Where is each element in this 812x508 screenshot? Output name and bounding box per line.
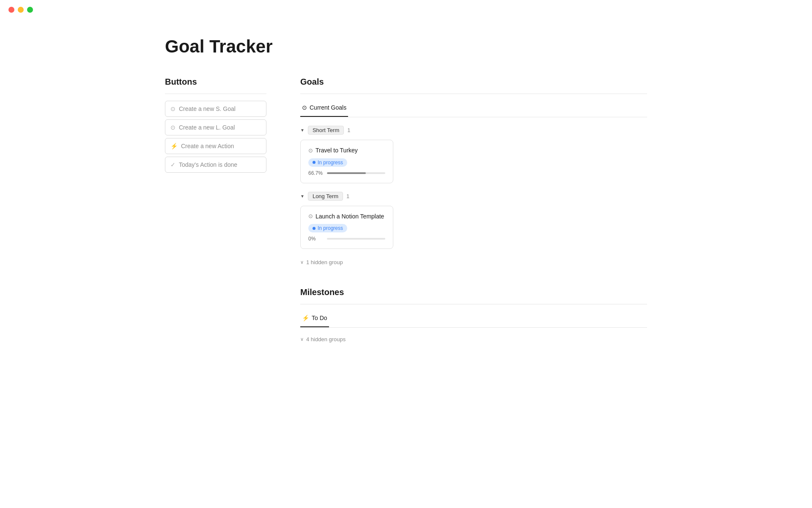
action-done-button[interactable]: ✓ Today's Action is done [165,157,266,173]
goals-section-heading: Goals [300,77,647,87]
short-term-label: Short Term [308,126,344,135]
goal-card-notion-template[interactable]: ⊙ Launch a Notion Template In progress 0… [300,206,393,249]
notion-progress-pct: 0% [308,236,324,242]
tab-todo[interactable]: ⚡ To Do [300,311,329,327]
goal-card-icon: ⊙ [308,147,313,154]
create-action-button[interactable]: ⚡ Create a new Action [165,138,266,154]
milestones-tab-bar: ⚡ To Do [300,311,647,328]
notion-card-title: Launch a Notion Template [315,213,384,220]
traffic-lights [0,0,812,19]
page-title: Goal Tracker [165,36,647,57]
create-l-goal-button[interactable]: ⊙ Create a new L. Goal [165,119,266,135]
long-term-group-header: ▼ Long Term 1 [300,192,647,201]
goals-section-divider [300,94,647,94]
milestones-section: Milestones ⚡ To Do ∨ 4 hidden groups [300,287,647,344]
milestones-section-divider [300,304,647,304]
notion-status-dot [313,227,315,230]
milestones-hidden-groups-row[interactable]: ∨ 4 hidden groups [300,334,647,344]
close-button[interactable] [8,7,14,13]
milestones-chevron-icon: ∨ [300,337,304,342]
short-term-group: ▼ Short Term 1 ⊙ Travel to Turkey In pro… [300,126,647,183]
notion-card-header: ⊙ Launch a Notion Template [308,213,385,220]
long-term-label: Long Term [308,192,343,201]
check-icon: ✓ [170,161,176,168]
milestones-section-heading: Milestones [300,287,647,297]
goal-card-title: Travel to Turkey [315,147,358,154]
progress-pct: 66.7% [308,170,324,176]
buttons-column: Buttons ⊙ Create a new S. Goal ⊙ Create … [165,77,266,175]
long-term-count: 1 [346,193,349,199]
notion-card-icon: ⊙ [308,213,313,219]
action-icon: ⚡ [170,143,178,149]
buttons-section-heading: Buttons [165,77,266,87]
main-content: Goal Tracker Buttons ⊙ Create a new S. G… [131,19,681,390]
short-term-toggle[interactable]: ▼ [300,128,304,133]
maximize-button[interactable] [27,7,33,13]
buttons-divider [165,94,266,94]
hidden-group-row[interactable]: ∨ 1 hidden group [300,257,647,267]
button-list: ⊙ Create a new S. Goal ⊙ Create a new L.… [165,101,266,175]
goals-section: Goals ⊙ Current Goals ▼ Short Term 1 [300,77,647,267]
chevron-down-icon: ∨ [300,260,304,265]
right-column: Goals ⊙ Current Goals ▼ Short Term 1 [300,77,647,364]
progress-bar-bg [327,172,385,174]
goal-card-header: ⊙ Travel to Turkey [308,147,385,154]
todo-tab-icon: ⚡ [302,315,309,321]
tab-current-goals[interactable]: ⊙ Current Goals [300,101,348,117]
status-dot [313,161,315,164]
create-s-goal-button[interactable]: ⊙ Create a new S. Goal [165,101,266,117]
short-term-group-header: ▼ Short Term 1 [300,126,647,135]
notion-status-badge: In progress [308,224,347,232]
long-term-group: ▼ Long Term 1 ⊙ Launch a Notion Template… [300,192,647,249]
progress-bar-fill [327,172,366,174]
progress-row: 66.7% [308,170,385,176]
status-badge-in-progress: In progress [308,158,347,167]
notion-progress-bar-bg [327,238,385,240]
goal-card-travel-turkey[interactable]: ⊙ Travel to Turkey In progress 66.7% [300,140,393,183]
notion-progress-row: 0% [308,236,385,242]
two-column-layout: Buttons ⊙ Create a new S. Goal ⊙ Create … [165,77,647,364]
goals-tab-bar: ⊙ Current Goals [300,101,647,117]
goal-s-icon: ⊙ [170,105,176,112]
short-term-count: 1 [347,127,350,133]
goal-l-icon: ⊙ [170,124,176,131]
long-term-toggle[interactable]: ▼ [300,194,304,199]
current-goals-tab-icon: ⊙ [302,104,307,111]
minimize-button[interactable] [18,7,24,13]
